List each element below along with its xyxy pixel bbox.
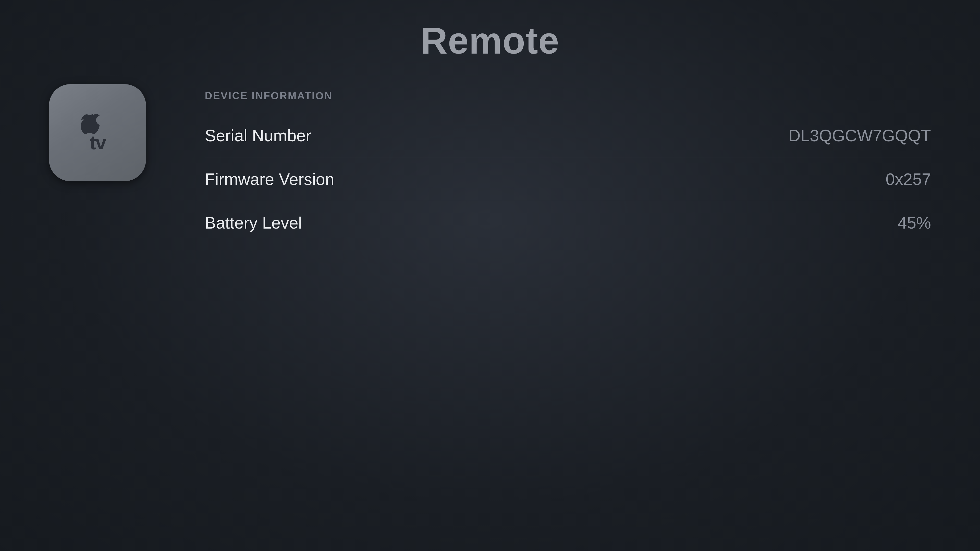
- table-row: Serial NumberDL3QGCW7GQQT: [205, 114, 931, 157]
- section-header: DEVICE INFORMATION: [205, 90, 931, 102]
- appletv-icon-box: tv: [49, 84, 146, 181]
- info-label: Firmware Version: [205, 157, 604, 201]
- table-row: Battery Level45%: [205, 201, 931, 245]
- info-label: Battery Level: [205, 201, 604, 245]
- device-icon-container: tv: [49, 84, 146, 181]
- info-value: 0x257: [604, 157, 931, 201]
- page-container: Remote tv DEVICE INFORMATION: [0, 0, 980, 551]
- info-value: 45%: [604, 201, 931, 245]
- device-info-section: DEVICE INFORMATION Serial NumberDL3QGCW7…: [205, 84, 931, 245]
- info-table: Serial NumberDL3QGCW7GQQTFirmware Versio…: [205, 114, 931, 245]
- appletv-logo-icon: tv: [66, 101, 129, 164]
- table-row: Firmware Version0x257: [205, 157, 931, 201]
- page-title: Remote: [421, 19, 559, 62]
- info-value: DL3QGCW7GQQT: [604, 114, 931, 157]
- svg-text:tv: tv: [89, 132, 106, 153]
- main-content: tv DEVICE INFORMATION Serial NumberDL3QG…: [49, 84, 931, 245]
- info-label: Serial Number: [205, 114, 604, 157]
